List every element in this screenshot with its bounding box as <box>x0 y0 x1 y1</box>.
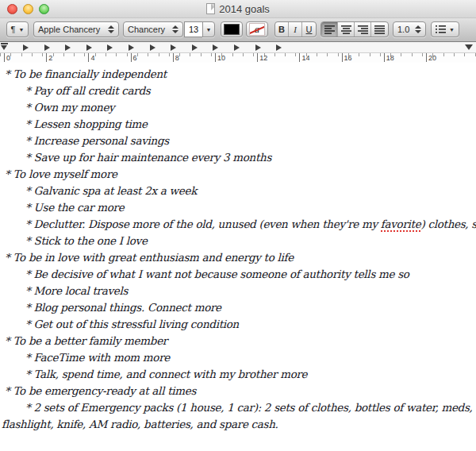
dropdown-arrow-icon: ▼ <box>206 27 212 33</box>
tab-stop-marker[interactable] <box>65 44 71 51</box>
typeface-value: Chancery <box>128 25 165 34</box>
ruler-markers <box>0 42 476 52</box>
font-size-value: 13 <box>189 25 198 34</box>
ruler-scale: 02468101214161820 <box>0 52 476 63</box>
text-line[interactable]: * Stick to the one I love <box>0 233 476 249</box>
font-size-field[interactable]: 13 <box>184 21 203 37</box>
title-bar[interactable]: 2014 goals <box>0 0 476 18</box>
stepper-icon <box>108 25 114 33</box>
ruler-number: 18 <box>384 53 394 62</box>
ruler-number: 12 <box>257 53 267 62</box>
text-line[interactable]: * Declutter. Dispose more of the old, un… <box>0 216 476 233</box>
ruler-number: 16 <box>342 53 352 62</box>
dropdown-arrow-icon: ▼ <box>449 27 455 33</box>
paragraph-icon: ¶ <box>11 25 16 34</box>
ruler-number: 2 <box>46 53 52 62</box>
text-line[interactable]: * To be a better family member <box>0 333 476 349</box>
text-line[interactable]: * To be in love with great enthusiasm an… <box>0 249 476 266</box>
text-line[interactable]: flashlight, knife, AM radio, batteries, … <box>0 416 476 433</box>
font-style-group: B I U <box>274 21 317 37</box>
font-size-dropdown-button[interactable]: ▼ <box>202 21 215 37</box>
ruler-number: 10 <box>215 53 225 62</box>
text-segment: * Declutter. Dispose more of the old, un… <box>25 218 381 230</box>
text-line[interactable]: * Own my money <box>0 99 476 116</box>
align-right-button[interactable] <box>355 22 371 37</box>
align-center-icon <box>341 25 351 34</box>
underline-button[interactable]: U <box>302 22 316 37</box>
text-line[interactable]: * To be financially independent <box>0 66 476 83</box>
stepper-icon <box>415 25 421 33</box>
font-family-value: Apple Chancery <box>38 25 100 34</box>
right-indent-marker[interactable] <box>465 44 473 50</box>
text-line[interactable]: * Get out of this stressful living condi… <box>0 316 476 333</box>
textedit-window: 2014 goals ¶ ▼ Apple Chancery Chancery 1… <box>0 0 476 451</box>
align-right-icon <box>358 25 368 34</box>
text-line[interactable]: * More local travels <box>0 283 476 299</box>
text-color-well[interactable] <box>221 21 243 37</box>
text-line[interactable]: * 2 sets of Emergency packs (1 house, 1 … <box>0 399 476 416</box>
italic-button[interactable]: I <box>289 22 302 37</box>
text-line[interactable]: * Blog personal things. Connect more <box>0 299 476 316</box>
tab-stop-marker[interactable] <box>255 44 261 51</box>
align-left-button[interactable] <box>321 22 338 37</box>
ruler-number: 0 <box>4 53 10 62</box>
title-group: 2014 goals <box>0 0 476 17</box>
ruler-number: 4 <box>88 53 94 62</box>
ruler[interactable]: 02468101214161820 <box>0 42 476 63</box>
tab-stop-marker[interactable] <box>107 44 113 51</box>
tab-stop-marker[interactable] <box>44 44 50 51</box>
text-editor-area[interactable]: * To be financially independent* Pay off… <box>0 63 476 451</box>
typeface-popup[interactable]: Chancery <box>123 21 183 37</box>
tab-stop-marker[interactable] <box>213 44 218 51</box>
tab-stop-marker[interactable] <box>86 44 92 51</box>
ruler-number: 6 <box>131 53 137 62</box>
align-justify-button[interactable] <box>371 22 388 37</box>
text-line[interactable]: * Galvanic spa at least 2x a week <box>0 183 476 199</box>
font-family-popup[interactable]: Apple Chancery <box>33 21 119 37</box>
line-spacing-stepper[interactable]: 1.0 <box>393 21 426 37</box>
text-color-swatch-icon <box>224 24 240 35</box>
ruler-number: 14 <box>299 53 309 62</box>
align-justify-icon <box>374 25 385 34</box>
ruler-number: 8 <box>173 53 179 62</box>
text-line[interactable]: * Increase personal savings <box>0 133 476 149</box>
text-line[interactable]: * To be emergency-ready at all times <box>0 383 476 399</box>
tab-stop-marker[interactable] <box>276 44 282 51</box>
format-toolbar: ¶ ▼ Apple Chancery Chancery 13 ▼ a B I U <box>0 18 476 42</box>
align-left-icon <box>324 25 335 34</box>
text-line[interactable]: * Be decisive of what I want not because… <box>0 266 476 283</box>
document-proxy-icon[interactable] <box>206 3 215 14</box>
paragraph-styles-button[interactable]: ¶ ▼ <box>6 21 29 37</box>
align-center-button[interactable] <box>338 22 355 37</box>
stepper-icon <box>172 25 178 33</box>
bold-button[interactable]: B <box>275 22 289 37</box>
line-spacing-value: 1.0 <box>397 25 409 34</box>
list-icon <box>436 25 446 33</box>
dropdown-arrow-icon: ▼ <box>19 27 25 33</box>
tab-stop-marker[interactable] <box>192 44 198 51</box>
text-line[interactable]: * Talk, spend time, and connect with my … <box>0 366 476 383</box>
text-segment: ) clothes, sandals, bags <box>420 218 476 230</box>
text-line[interactable]: * Use the car more <box>0 199 476 216</box>
text-line[interactable]: * Pay off all credit cards <box>0 83 476 99</box>
alignment-group <box>321 21 389 37</box>
tab-stop-marker[interactable] <box>234 44 240 51</box>
tab-stop-marker[interactable] <box>23 44 29 51</box>
ruler-number: 20 <box>426 53 436 62</box>
text-line[interactable]: * To love myself more <box>0 166 476 183</box>
misspelled-word: favorite <box>381 218 421 232</box>
background-color-well[interactable]: a <box>246 21 268 37</box>
list-styles-button[interactable]: ▼ <box>431 21 459 37</box>
window-title: 2014 goals <box>219 3 270 15</box>
text-line[interactable]: * Lessen shopping time <box>0 116 476 133</box>
tab-stop-marker[interactable] <box>150 44 155 51</box>
text-line[interactable]: * FaceTime with mom more <box>0 349 476 366</box>
tab-stop-marker[interactable] <box>171 44 176 51</box>
left-indent-marker[interactable] <box>1 43 8 52</box>
text-line[interactable]: * Save up for hair maintenance every 3 m… <box>0 149 476 166</box>
no-background-color-icon: a <box>249 23 265 36</box>
tab-stop-marker[interactable] <box>129 44 134 51</box>
